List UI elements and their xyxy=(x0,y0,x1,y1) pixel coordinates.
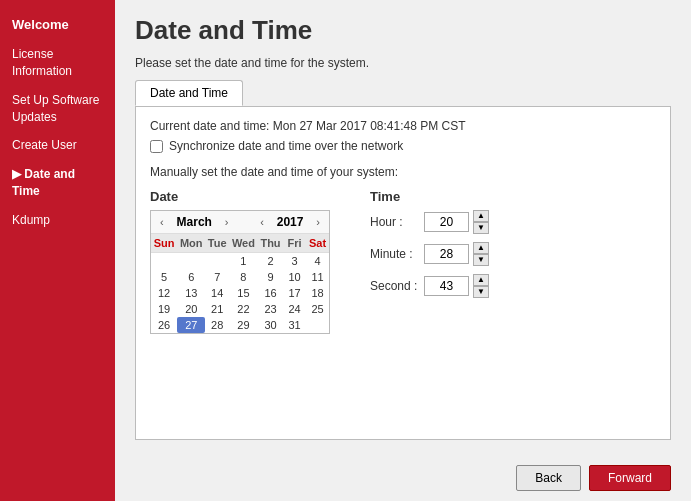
calendar-day[interactable]: 27 xyxy=(177,317,205,333)
calendar: ‹ March › ‹ 2017 › Sun xyxy=(150,210,330,334)
hour-row: Hour : ▲ ▼ xyxy=(370,210,489,234)
calendar-day[interactable]: 3 xyxy=(283,253,306,270)
sync-label: Synchronize date and time over the netwo… xyxy=(169,139,403,153)
calendar-day[interactable]: 14 xyxy=(205,285,229,301)
calendar-year: 2017 xyxy=(277,215,304,229)
calendar-day[interactable]: 31 xyxy=(283,317,306,333)
calendar-day[interactable]: 18 xyxy=(306,285,329,301)
minute-down-button[interactable]: ▼ xyxy=(473,254,489,266)
time-section: Time Hour : ▲ ▼ Minute : ▲ xyxy=(370,189,489,306)
prev-month-button[interactable]: ‹ xyxy=(157,215,167,229)
calendar-header: ‹ March › ‹ 2017 › xyxy=(151,211,329,234)
calendar-day[interactable]: 20 xyxy=(177,301,205,317)
calendar-day[interactable]: 30 xyxy=(258,317,283,333)
sidebar-item-kdump[interactable]: Kdump xyxy=(0,206,115,235)
sidebar-item-updates[interactable]: Set Up Software Updates xyxy=(0,86,115,132)
calendar-day[interactable]: 13 xyxy=(177,285,205,301)
hour-down-button[interactable]: ▼ xyxy=(473,222,489,234)
sidebar-item-welcome[interactable]: Welcome xyxy=(0,10,115,40)
calendar-grid: Sun Mon Tue Wed Thu Fri Sat 123 xyxy=(151,234,329,333)
calendar-day xyxy=(205,253,229,270)
col-sun: Sun xyxy=(151,234,177,253)
time-section-label: Time xyxy=(370,189,489,204)
second-down-button[interactable]: ▼ xyxy=(473,286,489,298)
calendar-day[interactable]: 9 xyxy=(258,269,283,285)
calendar-day[interactable]: 22 xyxy=(229,301,258,317)
calendar-day xyxy=(177,253,205,270)
calendar-day[interactable]: 2 xyxy=(258,253,283,270)
calendar-day[interactable]: 4 xyxy=(306,253,329,270)
minute-spinner: ▲ ▼ xyxy=(473,242,489,266)
calendar-month: March xyxy=(177,215,212,229)
col-thu: Thu xyxy=(258,234,283,253)
second-input[interactable] xyxy=(424,276,469,296)
footer: Back Forward xyxy=(115,455,691,501)
calendar-day[interactable]: 11 xyxy=(306,269,329,285)
sidebar-item-date-time[interactable]: Date and Time xyxy=(0,160,115,206)
calendar-day[interactable]: 12 xyxy=(151,285,177,301)
second-label: Second : xyxy=(370,279,420,293)
calendar-day[interactable]: 1 xyxy=(229,253,258,270)
calendar-day[interactable]: 19 xyxy=(151,301,177,317)
page-subtitle: Please set the date and time for the sys… xyxy=(135,56,671,70)
calendar-day xyxy=(151,253,177,270)
back-button[interactable]: Back xyxy=(516,465,581,491)
calendar-day[interactable]: 29 xyxy=(229,317,258,333)
calendar-day[interactable]: 5 xyxy=(151,269,177,285)
col-mon: Mon xyxy=(177,234,205,253)
hour-up-button[interactable]: ▲ xyxy=(473,210,489,222)
calendar-day[interactable]: 26 xyxy=(151,317,177,333)
second-up-button[interactable]: ▲ xyxy=(473,274,489,286)
date-time-row: Date ‹ March › ‹ 2017 › xyxy=(150,189,656,334)
minute-input[interactable] xyxy=(424,244,469,264)
sync-row: Synchronize date and time over the netwo… xyxy=(150,139,656,153)
calendar-day[interactable]: 25 xyxy=(306,301,329,317)
page-title: Date and Time xyxy=(135,15,671,46)
sidebar-item-license[interactable]: License Information xyxy=(0,40,115,86)
calendar-day[interactable]: 17 xyxy=(283,285,306,301)
calendar-day[interactable]: 16 xyxy=(258,285,283,301)
col-tue: Tue xyxy=(205,234,229,253)
calendar-day[interactable]: 6 xyxy=(177,269,205,285)
tab-bar: Date and Time xyxy=(135,80,671,106)
date-section-label: Date xyxy=(150,189,330,204)
sidebar: Welcome License Information Set Up Softw… xyxy=(0,0,115,501)
tab-date-time[interactable]: Date and Time xyxy=(135,80,243,106)
sidebar-item-create-user[interactable]: Create User xyxy=(0,131,115,160)
hour-label: Hour : xyxy=(370,215,420,229)
calendar-day[interactable]: 24 xyxy=(283,301,306,317)
calendar-day[interactable]: 23 xyxy=(258,301,283,317)
manual-label: Manually set the date and time of your s… xyxy=(150,165,656,179)
col-sat: Sat xyxy=(306,234,329,253)
calendar-day[interactable]: 15 xyxy=(229,285,258,301)
col-fri: Fri xyxy=(283,234,306,253)
panel: Current date and time: Mon 27 Mar 2017 0… xyxy=(135,106,671,440)
next-year-button[interactable]: › xyxy=(313,215,323,229)
current-datetime: Current date and time: Mon 27 Mar 2017 0… xyxy=(150,119,656,133)
hour-input[interactable] xyxy=(424,212,469,232)
calendar-day[interactable]: 10 xyxy=(283,269,306,285)
minute-up-button[interactable]: ▲ xyxy=(473,242,489,254)
col-wed: Wed xyxy=(229,234,258,253)
calendar-day[interactable]: 7 xyxy=(205,269,229,285)
calendar-day[interactable]: 8 xyxy=(229,269,258,285)
minute-row: Minute : ▲ ▼ xyxy=(370,242,489,266)
minute-label: Minute : xyxy=(370,247,420,261)
forward-button[interactable]: Forward xyxy=(589,465,671,491)
second-spinner: ▲ ▼ xyxy=(473,274,489,298)
calendar-section: Date ‹ March › ‹ 2017 › xyxy=(150,189,330,334)
hour-spinner: ▲ ▼ xyxy=(473,210,489,234)
second-row: Second : ▲ ▼ xyxy=(370,274,489,298)
calendar-day xyxy=(306,317,329,333)
prev-year-button[interactable]: ‹ xyxy=(257,215,267,229)
calendar-day[interactable]: 21 xyxy=(205,301,229,317)
calendar-day[interactable]: 28 xyxy=(205,317,229,333)
sync-checkbox[interactable] xyxy=(150,140,163,153)
next-month-button[interactable]: › xyxy=(222,215,232,229)
